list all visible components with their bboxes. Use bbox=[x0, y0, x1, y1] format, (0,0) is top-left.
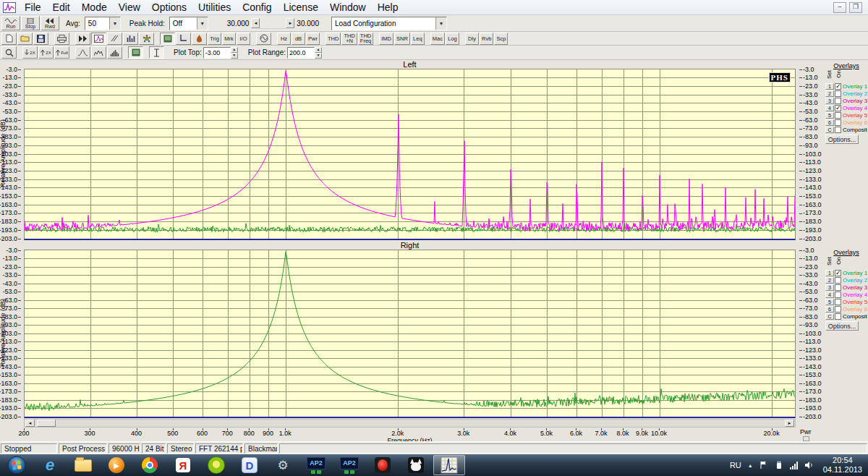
taskbar-media-app[interactable] bbox=[367, 455, 399, 475]
plot-range-field[interactable] bbox=[287, 47, 315, 59]
menu-item-mode[interactable]: Mode bbox=[76, 0, 113, 14]
axis-button[interactable] bbox=[176, 33, 191, 45]
taskbar-spectrum-analyzer[interactable] bbox=[433, 455, 465, 475]
overlay-on-checkbox-1[interactable]: ✓ bbox=[835, 270, 841, 276]
chevron-down-icon[interactable]: ▼ bbox=[197, 17, 208, 30]
taskbar-ap2-analyzer-1[interactable]: AP2 bbox=[300, 455, 332, 475]
menu-item-utilities[interactable]: Utilities bbox=[192, 0, 237, 14]
pwr-mini-button[interactable] bbox=[803, 436, 809, 441]
scroll-left-button[interactable]: ◄ bbox=[251, 18, 260, 28]
zoom-out-full-button[interactable]: Full bbox=[54, 46, 69, 59]
overlay-on-checkbox-3[interactable] bbox=[835, 98, 841, 104]
scrollbar-thumb[interactable] bbox=[37, 420, 56, 427]
trigger-button[interactable]: Trig bbox=[208, 33, 221, 45]
hz-button[interactable]: Hz bbox=[277, 33, 291, 45]
overlay-set-button-4[interactable]: 4 bbox=[825, 292, 834, 298]
overlay-on-checkbox-6[interactable] bbox=[835, 306, 841, 313]
spin-down-icon[interactable]: ▼ bbox=[315, 53, 322, 59]
overlay-set-button-5[interactable]: 5 bbox=[825, 299, 834, 305]
db-button[interactable]: dB bbox=[292, 33, 305, 45]
reverb-button[interactable]: Rvb bbox=[480, 33, 493, 45]
overlay-set-button-2[interactable]: 2 bbox=[825, 90, 834, 97]
chevron-down-icon[interactable]: ▼ bbox=[435, 17, 446, 30]
power-button[interactable]: Pwr bbox=[306, 33, 320, 45]
graph-view-button[interactable] bbox=[91, 33, 106, 45]
overlay-set-button-1[interactable]: 1 bbox=[825, 83, 834, 90]
run-button[interactable]: Run bbox=[1, 16, 20, 30]
overlay-set-button-3[interactable]: 3 bbox=[825, 284, 834, 291]
power-plug-icon[interactable] bbox=[775, 461, 783, 469]
peak-curve-button[interactable] bbox=[75, 46, 90, 59]
menu-item-edit[interactable]: Edit bbox=[47, 0, 76, 14]
horizontal-scrollbar[interactable]: ◄ ► bbox=[24, 419, 796, 428]
sweep-lines-button[interactable] bbox=[107, 33, 122, 45]
menu-item-file[interactable]: File bbox=[19, 0, 47, 14]
restore-button[interactable]: ❐ bbox=[849, 2, 862, 13]
overlay-set-button-6[interactable]: 6 bbox=[825, 306, 834, 313]
histogram-button[interactable] bbox=[107, 46, 122, 59]
marker-flame-button[interactable] bbox=[192, 33, 207, 45]
taskbar-ap2-analyzer-2[interactable]: AP2 bbox=[333, 455, 365, 475]
menu-item-config[interactable]: Config bbox=[237, 0, 277, 14]
print-button[interactable] bbox=[54, 33, 69, 45]
open-file-button[interactable] bbox=[17, 33, 33, 45]
zoom-in-2x-button[interactable]: 2X bbox=[22, 46, 38, 59]
spin-down-icon[interactable]: ▼ bbox=[231, 53, 238, 59]
overlay-on-checkbox-6[interactable] bbox=[835, 119, 841, 126]
taskbar-chrome-browser[interactable] bbox=[134, 455, 166, 475]
sweep-generator-button[interactable] bbox=[256, 33, 271, 45]
scope-button[interactable]: Scp bbox=[494, 33, 508, 45]
overlays-options-button[interactable]: Options... bbox=[825, 321, 859, 331]
taskbar-powerdvd[interactable] bbox=[200, 455, 232, 475]
zoom-out-2x-button[interactable]: 2X bbox=[38, 46, 54, 59]
overlay-on-checkbox-5[interactable] bbox=[835, 299, 841, 305]
plot-top-spinner[interactable]: ▲▼ bbox=[231, 47, 238, 59]
avg-combo[interactable]: 50 ▼ bbox=[85, 17, 121, 30]
overlay-on-checkbox-2[interactable] bbox=[835, 277, 841, 284]
overlay-set-button-4[interactable]: 4 bbox=[825, 105, 834, 111]
menu-item-help[interactable]: Help bbox=[372, 0, 404, 14]
menu-item-view[interactable]: View bbox=[113, 0, 146, 14]
overlay-on-checkbox-C[interactable] bbox=[835, 127, 841, 133]
right-channel-plot[interactable] bbox=[24, 250, 796, 418]
taskbar-windows-explorer[interactable] bbox=[67, 455, 99, 475]
plot-top-field[interactable] bbox=[203, 47, 231, 59]
delay-button[interactable]: Dly bbox=[465, 33, 479, 45]
scrollbar-right-arrow[interactable]: ► bbox=[785, 420, 794, 427]
thd-freq-button[interactable]: THD Freq bbox=[358, 33, 373, 45]
panel-list-button[interactable] bbox=[160, 33, 175, 45]
save-button[interactable] bbox=[33, 33, 48, 45]
spin-up-icon[interactable]: ▲ bbox=[231, 47, 238, 53]
overlay-on-checkbox-4[interactable] bbox=[835, 292, 841, 298]
overlay-on-checkbox-5[interactable] bbox=[835, 112, 841, 119]
network-signal-icon[interactable] bbox=[790, 462, 798, 469]
overlay-set-button-2[interactable]: 2 bbox=[825, 277, 834, 284]
menu-item-license[interactable]: License bbox=[278, 0, 324, 14]
macro-button[interactable]: Mac bbox=[430, 33, 445, 45]
overlay-set-button-3[interactable]: 3 bbox=[825, 98, 834, 104]
overlay-set-button-1[interactable]: 1 bbox=[825, 270, 834, 276]
slider-track[interactable] bbox=[260, 18, 286, 29]
overlay-set-button-6[interactable]: 6 bbox=[825, 119, 834, 126]
snr-button[interactable]: SNR bbox=[394, 33, 410, 45]
scrollbar-left-arrow[interactable]: ◄ bbox=[25, 420, 35, 427]
taskbar-start-button[interactable] bbox=[1, 455, 33, 475]
overlay-set-button-C[interactable]: C bbox=[825, 127, 834, 133]
cursor-button[interactable] bbox=[149, 46, 164, 59]
settings-list-button[interactable] bbox=[128, 46, 143, 59]
zoom-button[interactable] bbox=[1, 46, 17, 59]
menu-item-options[interactable]: Options bbox=[146, 0, 192, 14]
taskbar-utility-tool[interactable]: ⚙ bbox=[267, 455, 299, 475]
overlay-on-checkbox-C[interactable] bbox=[835, 313, 841, 320]
rewind-button[interactable]: Rwd bbox=[41, 16, 59, 30]
action-center-flag-icon[interactable] bbox=[760, 461, 768, 469]
overlay-on-checkbox-2[interactable] bbox=[835, 90, 841, 97]
spin-up-icon[interactable]: ▲ bbox=[315, 47, 322, 53]
minimize-button[interactable]: – bbox=[833, 2, 846, 13]
show-hidden-icons-button[interactable]: ▲ bbox=[748, 463, 753, 468]
left-channel-plot[interactable]: PHS bbox=[24, 69, 796, 240]
imd-button[interactable]: IMD bbox=[379, 33, 393, 45]
taskbar-internet-explorer[interactable]: e bbox=[34, 455, 66, 475]
taskbar-clock[interactable]: 20:54 04.11.2013 bbox=[823, 456, 862, 475]
overlay-set-button-C[interactable]: C bbox=[825, 313, 834, 320]
